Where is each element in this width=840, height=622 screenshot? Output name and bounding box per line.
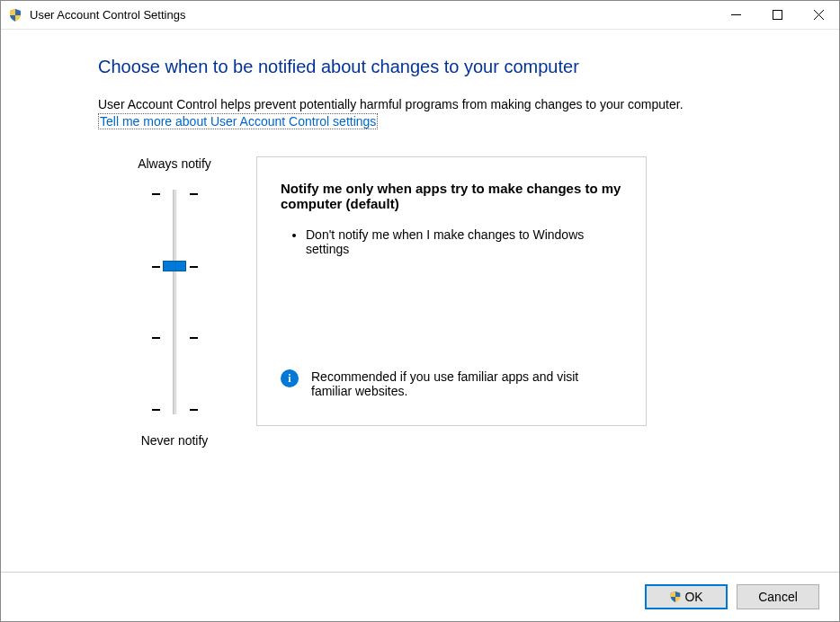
ok-button[interactable]: OK bbox=[645, 584, 728, 609]
maximize-button[interactable] bbox=[756, 1, 798, 29]
panel-bullets: Don't notify me when I make changes to W… bbox=[306, 227, 622, 256]
slider-tick bbox=[152, 193, 198, 195]
minimize-button[interactable] bbox=[715, 1, 756, 29]
shield-icon bbox=[669, 591, 682, 603]
slider-area: Always notify Never notify Notify me onl… bbox=[98, 156, 776, 448]
slider-top-label: Always notify bbox=[138, 156, 211, 171]
panel-recommendation: i Recommended if you use familiar apps a… bbox=[281, 369, 622, 398]
titlebar: User Account Control Settings bbox=[1, 1, 839, 30]
uac-settings-window: User Account Control Settings Choose whe… bbox=[0, 0, 840, 622]
window-title: User Account Control Settings bbox=[30, 8, 715, 22]
window-controls bbox=[715, 1, 839, 29]
content-area: Choose when to be notified about changes… bbox=[1, 30, 839, 572]
panel-title: Notify me only when apps try to make cha… bbox=[281, 181, 622, 211]
slider-bottom-label: Never notify bbox=[141, 433, 209, 448]
slider-tick bbox=[152, 337, 198, 339]
page-description: User Account Control helps prevent poten… bbox=[98, 97, 776, 111]
slider-thumb[interactable] bbox=[163, 261, 186, 271]
svg-rect-1 bbox=[773, 11, 782, 20]
recommendation-text: Recommended if you use familiar apps and… bbox=[311, 369, 622, 398]
info-icon: i bbox=[281, 369, 299, 387]
page-heading: Choose when to be notified about changes… bbox=[98, 57, 776, 77]
slider-track bbox=[173, 190, 177, 414]
notification-level-slider[interactable] bbox=[139, 185, 210, 419]
help-link[interactable]: Tell me more about User Account Control … bbox=[98, 113, 378, 129]
ok-button-label: OK bbox=[684, 590, 702, 604]
panel-bullet-item: Don't notify me when I make changes to W… bbox=[306, 227, 622, 256]
cancel-button[interactable]: Cancel bbox=[737, 584, 819, 609]
shield-icon bbox=[8, 8, 22, 22]
detail-panel: Notify me only when apps try to make cha… bbox=[256, 156, 647, 426]
slider-column: Always notify Never notify bbox=[98, 156, 251, 448]
slider-tick bbox=[152, 409, 198, 411]
close-button[interactable] bbox=[798, 1, 839, 29]
footer: OK Cancel bbox=[1, 572, 839, 621]
cancel-button-label: Cancel bbox=[758, 590, 798, 604]
